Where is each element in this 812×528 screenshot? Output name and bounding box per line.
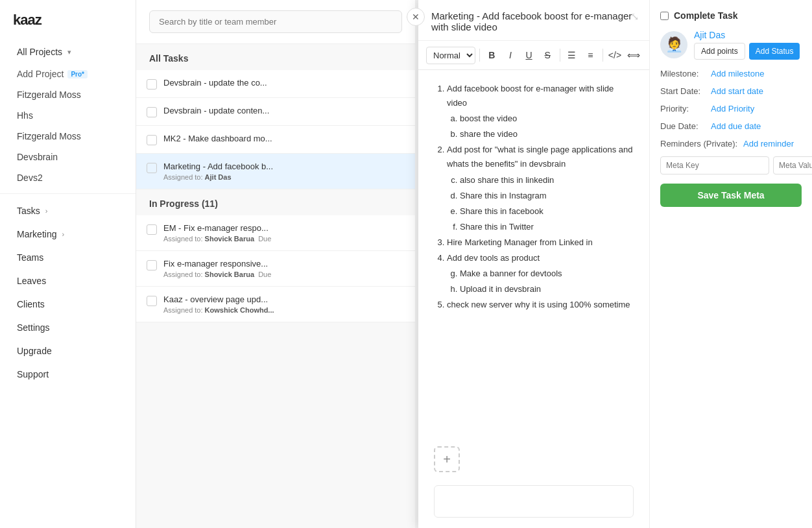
toolbar-divider-3 bbox=[603, 49, 603, 62]
all-tasks-header: All Tasks bbox=[136, 44, 415, 70]
complete-task-row: Complete Task bbox=[660, 10, 802, 21]
meta-value-input[interactable] bbox=[773, 156, 812, 174]
add-status-button[interactable]: Add Status bbox=[749, 43, 800, 60]
code-button[interactable]: </> bbox=[607, 46, 623, 64]
task-info-1: Devsbrain - update the co... bbox=[163, 78, 405, 88]
strikethrough-button[interactable]: S bbox=[540, 46, 556, 64]
sidebar-item-clients[interactable]: Clients bbox=[4, 293, 132, 315]
task-info-5: EM - Fix e-manager respo... Assigned to:… bbox=[163, 223, 405, 243]
task-item-7[interactable]: Kaaz - overview page upd... Assigned to:… bbox=[136, 287, 415, 322]
sidebar-item-upgrade[interactable]: Upgrade bbox=[4, 340, 132, 362]
chevron-right-icon-2: › bbox=[62, 230, 64, 238]
task-title-4: Marketing - Add facebook b... bbox=[163, 162, 405, 171]
sidebar-add-project[interactable]: Add Project Pro* bbox=[4, 64, 132, 84]
reminders-row: Reminders (Private): Add reminder bbox=[660, 139, 802, 149]
comment-area[interactable] bbox=[434, 485, 634, 518]
task-meta-7: Assigned to: Kowshick Chowhd... bbox=[163, 306, 405, 314]
priority-row: Priority: Add Priority bbox=[660, 104, 802, 114]
start-date-row: Start Date: Add start date bbox=[660, 86, 802, 96]
text-style-select[interactable]: Normal bbox=[426, 47, 475, 64]
close-button[interactable]: ✕ bbox=[407, 8, 425, 26]
assignee-6: Shovick Barua bbox=[205, 270, 254, 278]
assignee-name[interactable]: Ajit Das bbox=[694, 30, 800, 40]
search-input[interactable] bbox=[149, 10, 402, 33]
task-meta-4: Assigned to: Ajit Das bbox=[163, 173, 405, 181]
add-points-button[interactable]: Add points bbox=[694, 43, 745, 60]
link-button[interactable]: ⟺ bbox=[625, 46, 641, 64]
task-item-2[interactable]: Devsbrain - update conten... bbox=[136, 98, 415, 126]
task-modal: ✕ Marketing - Add facebook boost for e-m… bbox=[418, 0, 812, 528]
sidebar-item-settings[interactable]: Settings bbox=[4, 317, 132, 339]
task-title-2: Devsbrain - update conten... bbox=[163, 106, 405, 115]
sidebar-project-devsbrain[interactable]: Devsbrain bbox=[4, 147, 132, 167]
task-checkbox-4[interactable] bbox=[147, 163, 157, 173]
assignee-7: Kowshick Chowhd... bbox=[205, 306, 274, 314]
task-title-7: Kaaz - overview page upd... bbox=[163, 294, 405, 304]
italic-button[interactable]: I bbox=[503, 46, 519, 64]
task-item-5[interactable]: EM - Fix e-manager respo... Assigned to:… bbox=[136, 215, 415, 251]
assignee-name-4: Ajit Das bbox=[205, 173, 232, 181]
sidebar-item-tasks[interactable]: Tasks › bbox=[4, 200, 132, 222]
task-title-3: MK2 - Make dashboard mo... bbox=[163, 134, 405, 143]
sidebar-project-fitzgerald-moss-2[interactable]: Fitzgerald Moss bbox=[4, 126, 132, 146]
unordered-list-button[interactable]: ≡ bbox=[582, 46, 599, 64]
task-checkbox-3[interactable] bbox=[147, 135, 157, 145]
sidebar-item-support[interactable]: Support bbox=[4, 363, 132, 385]
task-meta-5: Assigned to: Shovick Barua Due bbox=[163, 235, 405, 243]
editor-content[interactable]: Add facebook boost for e-manager with sl… bbox=[418, 70, 649, 438]
complete-task-checkbox[interactable] bbox=[660, 12, 669, 20]
avatar-person-icon: 🧑‍💼 bbox=[665, 36, 683, 53]
task-item-1[interactable]: Devsbrain - update the co... bbox=[136, 70, 415, 98]
milestone-label: Milestone: bbox=[660, 69, 706, 78]
sidebar-project-fitzgerald-moss-1[interactable]: Fitzgerald Moss bbox=[4, 85, 132, 104]
bold-button[interactable]: B bbox=[484, 46, 500, 64]
app-logo: kaaz bbox=[0, 0, 136, 40]
sidebar-item-leaves[interactable]: Leaves bbox=[4, 270, 132, 292]
assignee-info: Ajit Das Add points Add Status bbox=[694, 30, 800, 60]
task-checkbox-6[interactable] bbox=[147, 260, 157, 270]
action-buttons: Add points Add Status bbox=[694, 43, 800, 60]
due-date-value[interactable]: Add due date bbox=[711, 121, 761, 131]
assignee-row: 🧑‍💼 Ajit Das Add points Add Status bbox=[660, 30, 802, 60]
task-info-3: MK2 - Make dashboard mo... bbox=[163, 134, 405, 143]
sidebar-item-marketing[interactable]: Marketing › bbox=[4, 223, 132, 245]
add-project-label: Add Project bbox=[17, 69, 64, 79]
resize-icon[interactable]: ⤡ bbox=[630, 10, 639, 23]
divider-1 bbox=[0, 193, 136, 194]
settings-label: Settings bbox=[17, 322, 50, 333]
marketing-label: Marketing bbox=[17, 229, 56, 239]
task-checkbox-1[interactable] bbox=[147, 79, 157, 90]
meta-key-input[interactable] bbox=[660, 156, 769, 174]
task-checkbox-7[interactable] bbox=[147, 296, 157, 306]
task-item-4[interactable]: Marketing - Add facebook b... Assigned t… bbox=[136, 154, 415, 189]
underline-button[interactable]: U bbox=[521, 46, 537, 64]
task-checkbox-5[interactable] bbox=[147, 224, 157, 235]
milestone-value[interactable]: Add milestone bbox=[711, 69, 764, 78]
in-progress-header: In Progress (11) bbox=[136, 189, 415, 215]
task-meta-6: Assigned to: Shovick Barua Due bbox=[163, 270, 405, 278]
sidebar: kaaz All Projects ▾ Add Project Pro* Fit… bbox=[0, 0, 136, 528]
save-task-meta-button[interactable]: Save Task Meta bbox=[660, 184, 802, 207]
reminders-value[interactable]: Add reminder bbox=[743, 139, 794, 149]
task-item-3[interactable]: MK2 - Make dashboard mo... bbox=[136, 126, 415, 154]
priority-value[interactable]: Add Priority bbox=[711, 104, 754, 114]
pro-badge: Pro* bbox=[67, 70, 88, 78]
start-date-label: Start Date: bbox=[660, 86, 706, 96]
task-checkbox-2[interactable] bbox=[147, 107, 157, 117]
sidebar-all-projects[interactable]: All Projects ▾ bbox=[4, 41, 132, 63]
sidebar-item-teams[interactable]: Teams bbox=[4, 246, 132, 269]
teams-label: Teams bbox=[17, 252, 43, 263]
due-date-label: Due Date: bbox=[660, 121, 706, 131]
ordered-list-button[interactable]: ☰ bbox=[564, 46, 580, 64]
add-attachment-button[interactable]: + bbox=[434, 446, 460, 472]
task-item-6[interactable]: Fix e-manager responsive... Assigned to:… bbox=[136, 251, 415, 287]
task-info-7: Kaaz - overview page upd... Assigned to:… bbox=[163, 294, 405, 314]
sidebar-project-hhs[interactable]: Hhs bbox=[4, 106, 132, 125]
upgrade-label: Upgrade bbox=[17, 346, 52, 356]
start-date-value[interactable]: Add start date bbox=[711, 86, 763, 96]
sidebar-project-devs2[interactable]: Devs2 bbox=[4, 168, 132, 187]
toolbar-divider-1 bbox=[479, 49, 480, 62]
task-modal-sidebar: Complete Task 🧑‍💼 Ajit Das Add points Ad… bbox=[650, 0, 812, 528]
tasks-label: Tasks bbox=[17, 206, 40, 216]
task-title-5: EM - Fix e-manager respo... bbox=[163, 223, 405, 233]
